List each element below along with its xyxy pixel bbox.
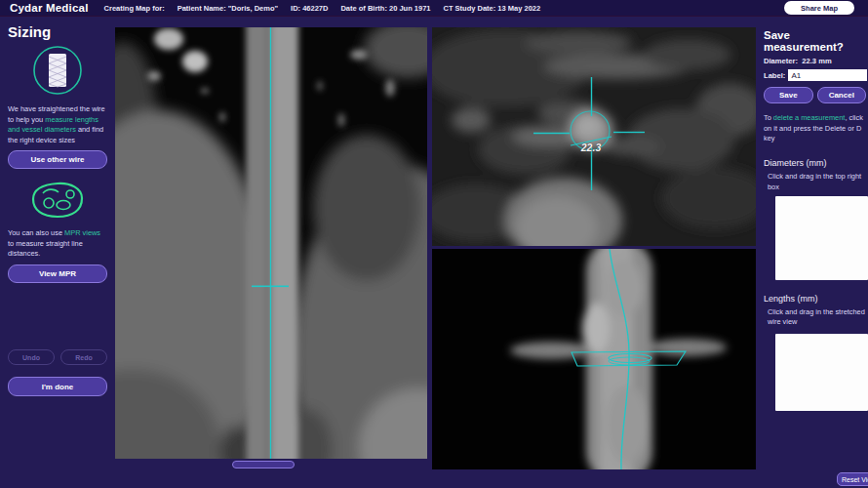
measurement-value-label: 22.3 bbox=[580, 142, 602, 153]
diameters-section-title: Diameters (mm) bbox=[764, 158, 868, 168]
diameters-section-hint: Click and drag in the top right box bbox=[768, 172, 868, 192]
delete-hint: To delete a measurement, click on it and… bbox=[764, 113, 866, 144]
diameter-measurement-view[interactable]: 22.3 bbox=[432, 27, 756, 246]
view-mpr-button[interactable]: View MPR bbox=[8, 264, 107, 283]
date-of-birth: Date of Birth: 20 Jun 1971 bbox=[340, 4, 430, 13]
save-cancel-row: Save Cancel bbox=[764, 87, 866, 103]
redo-button[interactable]: Redo bbox=[60, 349, 107, 365]
undo-button[interactable]: Undo bbox=[8, 349, 55, 365]
app-root: Cydar Medical Creating Map for: Patient … bbox=[0, 0, 868, 488]
diameter-row: Diameter: 22.3 mm bbox=[764, 57, 868, 65]
label-input[interactable] bbox=[788, 69, 867, 81]
mpr-views-icon bbox=[8, 181, 107, 224]
undo-redo-row: Undo Redo bbox=[8, 349, 107, 365]
wire-help-text: We have straightened the wire to help yo… bbox=[8, 104, 107, 145]
use-other-wire-button[interactable]: Use other wire bbox=[8, 150, 107, 169]
lengths-list-box bbox=[775, 334, 868, 411]
vessel-3d-image bbox=[432, 249, 756, 469]
ct-stretched-image bbox=[115, 27, 427, 459]
stretched-wire-view[interactable] bbox=[115, 27, 427, 459]
vessel-3d-view[interactable] bbox=[432, 249, 756, 469]
creating-map-label: Creating Map for: bbox=[104, 4, 165, 13]
delete-measurement-link[interactable]: delete a measurement bbox=[773, 113, 846, 122]
ct-axial-image: 22.3 bbox=[432, 27, 756, 246]
patient-name: Patient Name: "Doris, Demo" bbox=[178, 4, 278, 13]
reset-view-button[interactable]: Reset View bbox=[837, 472, 868, 486]
stretched-view-scrollbar[interactable] bbox=[232, 461, 295, 468]
label-row: Label: bbox=[764, 69, 867, 81]
save-button[interactable]: Save bbox=[764, 87, 813, 103]
im-done-button[interactable]: I'm done bbox=[8, 377, 107, 396]
page-title: Sizing bbox=[8, 23, 107, 40]
save-measurement-panel: Save measurement? Diameter: 22.3 mm Labe… bbox=[759, 17, 868, 488]
top-bar: Cydar Medical Creating Map for: Patient … bbox=[0, 0, 868, 17]
ct-study-date: CT Study Date: 13 May 2022 bbox=[444, 4, 541, 13]
sizing-sidebar: Sizing We have straightened the wire to … bbox=[0, 17, 115, 488]
save-panel-title: Save measurement? bbox=[764, 29, 868, 53]
mpr-help-text: You can also use MPR views to measure st… bbox=[8, 228, 107, 260]
patient-id: ID: 46227D bbox=[291, 4, 328, 13]
straightened-wire-icon bbox=[8, 45, 107, 100]
diameters-list-box bbox=[775, 196, 868, 280]
lengths-section-hint: Click and drag in the stretched wire vie… bbox=[768, 307, 868, 328]
share-map-button[interactable]: Share Map bbox=[784, 1, 854, 15]
lengths-section-title: Lengths (mm) bbox=[764, 294, 868, 304]
cydar-logo: Cydar Medical bbox=[10, 2, 89, 14]
diameter-value: 22.3 mm bbox=[802, 57, 831, 65]
mpr-views-link[interactable]: MPR views bbox=[64, 228, 100, 237]
cancel-button[interactable]: Cancel bbox=[817, 87, 867, 103]
